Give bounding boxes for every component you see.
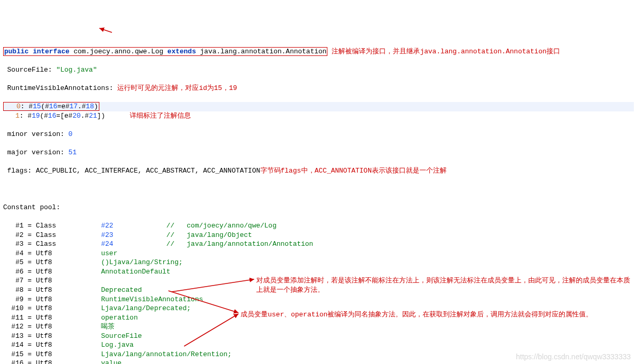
svg-line-0 — [99, 28, 112, 32]
major-val: 51 — [69, 149, 77, 156]
watermark: https://blog.csdn.net/qwqw3333333 — [516, 352, 631, 362]
cp-title: Constant pool: — [3, 203, 634, 212]
cp-row: #2 = Class #23 // java/lang/Object — [3, 231, 634, 240]
decl-line: public interface com.joecy.anno.qwe.Log … — [3, 47, 634, 56]
rva-1: 1: #19(#16=[e#20.#21]) — [3, 112, 105, 120]
rva-label: RuntimeVisibleAnnotations: — [7, 84, 113, 92]
cp-row: #13 = Utf8 SourceFile — [3, 332, 634, 341]
rva-line-1: 1: #19(#16=[e#20.#21]) 详细标注了注解信息 — [3, 111, 634, 121]
cp-row: #12 = Utf8 喝茶 — [3, 322, 634, 332]
src-label: SourceFile: — [7, 66, 52, 74]
cp-row: #6 = Utf8 AnnotationDefault — [3, 267, 634, 277]
minor-line: minor version: 0 — [3, 130, 634, 139]
flags-line: flags: ACC_PUBLIC, ACC_INTERFACE, ACC_AB… — [3, 166, 634, 176]
cp-row: #1 = Class #22 // com/joecy/anno/qwe/Log — [3, 221, 634, 231]
rva-label-line: RuntimeVisibleAnnotations: 运行时可见的元注解，对应i… — [3, 84, 634, 93]
rva-line-0: 0: #15(#16=e#17.#18) — [3, 102, 634, 111]
rva-detail-annot: 详细标注了注解信息 — [130, 112, 191, 120]
minor-label: minor version: — [7, 130, 64, 138]
flags-annot: 字节码flags中，ACC_ANNOTATION表示该接口就是一个注解 — [260, 167, 447, 175]
major-line: major version: 51 — [3, 148, 634, 157]
cp-row: #14 = Utf8 Log.java — [3, 340, 634, 350]
cp-row: #5 = Utf8 ()Ljava/lang/String; — [3, 258, 634, 267]
major-label: major version: — [7, 149, 64, 156]
rva-annot: 运行时可见的元注解，对应id为15，19 — [117, 84, 237, 92]
blank-line — [3, 185, 634, 194]
side-note-2: 成员变量user、operation被编译为同名抽象方法。因此，在获取到注解对象… — [241, 310, 628, 320]
minor-val: 0 — [69, 130, 73, 138]
src-val: "Log.java" — [56, 66, 97, 74]
cp-row: #9 = Utf8 RuntimeVisibleAnnotations — [3, 295, 634, 304]
rva-0-box: 0: #15(#16=e#17.#18) — [3, 102, 99, 111]
annot-header: 注解被编译为接口，并且继承java.lang.annotation.Annota… — [332, 48, 560, 55]
arrow-detail — [97, 24, 113, 38]
cp-row: #3 = Class #24 // java/lang/annotation/A… — [3, 240, 634, 249]
sourcefile-line: SourceFile: "Log.java" — [3, 65, 634, 75]
cp-row: #4 = Utf8 user — [3, 249, 634, 258]
flags-text: flags: ACC_PUBLIC, ACC_INTERFACE, ACC_AB… — [7, 167, 260, 175]
side-note-1: 对成员变量添加注解时，若是该注解不能标注在方法上，则该注解无法标注在成员变量上，… — [256, 276, 633, 295]
decl-boxed: public interface com.joecy.anno.qwe.Log … — [3, 47, 327, 56]
